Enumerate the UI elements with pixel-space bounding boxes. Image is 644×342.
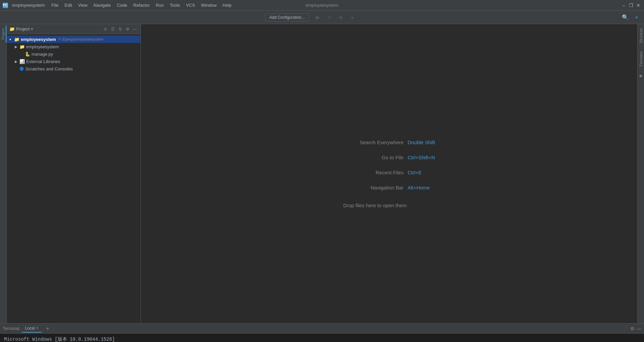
shortcut-key-goto: Ctrl+Shift+N bbox=[408, 155, 435, 160]
settings-button[interactable]: + bbox=[632, 13, 641, 22]
tree-item-root[interactable]: ▾ 📁 employeesystem F:\Django\employeesys… bbox=[7, 36, 141, 43]
python-file-icon: 🐍 bbox=[25, 52, 30, 57]
drop-files-label: Drop files here to open them bbox=[343, 203, 407, 208]
shortcut-recent-files: Recent Files Ctrl+E bbox=[343, 170, 422, 175]
collapse-icon[interactable]: — bbox=[132, 26, 138, 32]
shortcut-label-search: Search Everywhere bbox=[343, 139, 404, 145]
structure-tab[interactable]: Structure bbox=[638, 24, 644, 47]
toolbar-right: ▶ ↺ ■ ◈ bbox=[313, 13, 357, 22]
sort-icon[interactable]: ☰ bbox=[110, 26, 116, 32]
project-panel: 📁 Project ▾ ⊙ ☰ ⇅ ⚙ — ▾ 📁 employeesystem… bbox=[7, 24, 141, 323]
project-header-icons: ⊙ ☰ ⇅ ⚙ — bbox=[102, 26, 138, 32]
add-configuration-button[interactable]: Add Configuration... bbox=[265, 13, 309, 21]
shortcut-label-goto: Go to File bbox=[343, 155, 404, 160]
scratches-icon: 🔵 bbox=[19, 67, 24, 71]
menu-tools[interactable]: Tools bbox=[167, 2, 182, 9]
tree-item-scratches[interactable]: 🔵 Scratches and Consoles bbox=[7, 65, 141, 72]
menu-run[interactable]: Run bbox=[153, 2, 166, 9]
dropdown-chevron-icon[interactable]: ▾ bbox=[31, 26, 33, 32]
folder-closed-icon: 📁 bbox=[19, 44, 25, 49]
menu-view[interactable]: View bbox=[75, 2, 90, 9]
shortcut-label-recent: Recent Files bbox=[343, 170, 404, 175]
title-bar: PC employeesystem File Edit View Navigat… bbox=[0, 0, 644, 11]
toolbar: Add Configuration... ▶ ↺ ■ ◈ 🔍 + bbox=[0, 11, 644, 24]
file-tree: ▾ 📁 employeesystem F:\Django\employeesys… bbox=[7, 34, 141, 323]
terminal-right-controls: ⚙ — bbox=[630, 326, 641, 331]
tree-item-employeesystem[interactable]: ▶ 📁 employeesystem bbox=[7, 43, 141, 50]
shortcut-hints: Search Everywhere Double Shift Go to Fil… bbox=[343, 139, 435, 208]
tree-item-manage-py[interactable]: 🐍 manage.py bbox=[7, 50, 141, 58]
stop-button[interactable]: ■ bbox=[336, 13, 345, 22]
minimize-button[interactable]: – bbox=[621, 2, 627, 8]
drop-files-hint: Drop files here to open them bbox=[343, 200, 407, 208]
maximize-button[interactable]: ❐ bbox=[628, 2, 634, 8]
chevron-down-icon: ▾ bbox=[9, 38, 13, 41]
shortcut-goto-file: Go to File Ctrl+Shift+N bbox=[343, 155, 435, 160]
menu-vcs[interactable]: VCS bbox=[183, 2, 198, 9]
main-area: Project 📁 Project ▾ ⊙ ☰ ⇅ ⚙ — ▾ 📁 employ… bbox=[0, 24, 644, 323]
app-logo-icon: PC bbox=[3, 3, 8, 8]
chevron-right-icon: ▶ bbox=[15, 45, 18, 49]
shortcut-label-nav: Navigation Bar bbox=[343, 185, 404, 190]
terminal-tab-local[interactable]: Local ✕ bbox=[22, 325, 42, 333]
tree-item-external-libraries[interactable]: ▶ 📊 External Libraries bbox=[7, 58, 141, 65]
terminal-line-1: Microsoft Windows [版本 10.0.19044.1526] bbox=[4, 336, 640, 342]
right-side-labels: Structure Favorites ★ bbox=[637, 24, 644, 323]
run-button[interactable]: ▶ bbox=[313, 13, 323, 22]
folder-icon: 📁 bbox=[9, 26, 15, 32]
coverage-button[interactable]: ◈ bbox=[347, 13, 357, 22]
menu-navigate[interactable]: Navigate bbox=[91, 2, 113, 9]
menu-file[interactable]: File bbox=[49, 2, 61, 9]
window-controls: – ❐ ✕ bbox=[621, 2, 641, 8]
shortcut-key-nav: Alt+Home bbox=[408, 185, 430, 190]
settings-gear-icon[interactable]: ⚙ bbox=[124, 26, 130, 32]
left-sidebar-tabs: Project bbox=[0, 24, 7, 323]
menu-window[interactable]: Window bbox=[198, 2, 219, 9]
editor-area: Search Everywhere Double Shift Go to Fil… bbox=[141, 24, 637, 323]
filter-icon[interactable]: ⇅ bbox=[117, 26, 123, 32]
shortcut-key-recent: Ctrl+E bbox=[408, 170, 422, 175]
terminal-add-button[interactable]: + bbox=[43, 324, 52, 333]
root-folder-path: F:\Django\employeesystem bbox=[59, 37, 103, 41]
terminal-body[interactable]: Microsoft Windows [版本 10.0.19044.1526] (… bbox=[0, 334, 644, 342]
menu-help[interactable]: Help bbox=[220, 2, 234, 9]
project-title: 📁 Project ▾ bbox=[9, 26, 33, 32]
search-everywhere-button[interactable]: 🔍 bbox=[621, 13, 630, 22]
favorites-star-icon[interactable]: ★ bbox=[639, 73, 643, 78]
terminal-minimize-icon[interactable]: — bbox=[637, 326, 641, 331]
close-button[interactable]: ✕ bbox=[635, 2, 641, 8]
terminal-label: Terminal: bbox=[3, 326, 20, 331]
folder-open-icon: 📁 bbox=[14, 37, 19, 42]
rerun-button[interactable]: ↺ bbox=[325, 13, 334, 22]
project-name-label: employeesystem bbox=[12, 3, 45, 8]
menu-edit[interactable]: Edit bbox=[62, 2, 75, 9]
terminal-settings-icon[interactable]: ⚙ bbox=[630, 326, 635, 331]
bottom-panel: Terminal: Local ✕ + ⚙ — Microsoft Window… bbox=[0, 323, 644, 342]
shortcut-key-search: Double Shift bbox=[408, 139, 435, 145]
sidebar-tab-project[interactable]: Project bbox=[0, 25, 6, 42]
menu-code[interactable]: Code bbox=[114, 2, 130, 9]
shortcut-nav-bar: Navigation Bar Alt+Home bbox=[343, 185, 430, 190]
app-title-center: employeesystem bbox=[306, 3, 338, 8]
terminal-close-icon[interactable]: ✕ bbox=[36, 326, 39, 330]
locate-icon[interactable]: ⊙ bbox=[102, 26, 108, 32]
chevron-right-icon-ext: ▶ bbox=[15, 60, 18, 63]
favorites-tab[interactable]: Favorites bbox=[638, 47, 644, 70]
menu-refactor[interactable]: Refactor bbox=[130, 2, 152, 9]
root-folder-name: employeesystem bbox=[21, 37, 56, 42]
terminal-tab-bar: Terminal: Local ✕ + ⚙ — bbox=[0, 324, 644, 334]
project-panel-header: 📁 Project ▾ ⊙ ☰ ⇅ ⚙ — bbox=[7, 24, 141, 34]
library-icon: 📊 bbox=[19, 59, 25, 64]
shortcut-search-everywhere: Search Everywhere Double Shift bbox=[343, 139, 435, 145]
